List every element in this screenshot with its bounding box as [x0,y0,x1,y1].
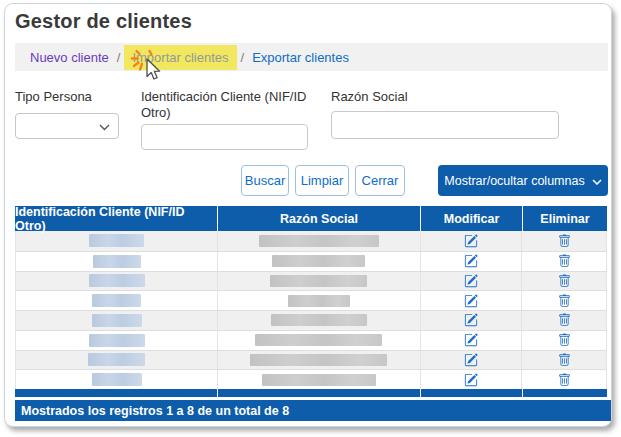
table-header-row: Identificación Cliente (NIF/ID Otro) Raz… [15,206,607,231]
edit-button[interactable] [464,313,478,327]
edit-button[interactable] [464,234,478,248]
trash-icon [558,315,571,330]
edit-button[interactable] [464,333,478,347]
redacted-razon [271,314,367,326]
cell-identificacion [16,331,218,350]
delete-button[interactable] [558,294,571,308]
breadcrumb-separator: / [117,50,121,65]
breadcrumb-link-importar-clientes[interactable]: Importar clientes [124,45,236,70]
cell-eliminar [522,370,606,389]
limpiar-button[interactable]: Limpiar [295,165,349,196]
cell-razon-social [218,311,420,330]
edit-button[interactable] [464,254,478,268]
cell-identificacion [16,351,218,370]
edit-button[interactable] [464,294,478,308]
column-header-modificar: Modificar [421,206,523,231]
cell-identificacion [16,370,218,389]
razon-social-input[interactable] [331,111,559,139]
delete-button[interactable] [558,313,571,327]
breadcrumb-separator: / [241,50,245,65]
redacted-id [89,334,145,347]
edit-pencil-square-icon [464,315,478,330]
redacted-id [88,353,145,366]
trash-icon [558,355,571,370]
cell-razon-social [218,291,420,310]
redacted-id [92,373,142,386]
identificacion-label: Identificación Cliente (NIF/ID Otro) [141,89,321,121]
cell-razon-social [218,252,420,271]
table-row [16,290,606,310]
table-row [16,231,606,251]
cell-eliminar [522,252,606,271]
tipo-persona-select[interactable] [15,113,119,139]
table-bottom-bar [15,389,607,397]
cell-modificar [421,231,523,251]
edit-pencil-square-icon [464,296,478,311]
edit-pencil-square-icon [464,375,478,390]
trash-icon [558,236,571,251]
cell-identificacion [16,272,218,291]
cell-razon-social [218,272,420,291]
edit-pencil-square-icon [464,236,478,251]
table-row [16,350,606,370]
cell-identificacion [16,291,218,310]
cell-eliminar [522,291,606,310]
redacted-razon [288,295,350,307]
trash-icon [558,296,571,311]
column-header-eliminar: Eliminar [523,206,607,231]
redacted-razon [272,255,365,267]
identificacion-input[interactable] [141,124,308,150]
client-manager-window: Gestor de clientes Nuevo cliente / Impor… [4,3,612,427]
results-summary-text: Mostrados los registros 1 a 8 de un tota… [21,404,289,418]
delete-button[interactable] [558,333,571,347]
table-row [16,251,606,271]
cell-modificar [421,331,523,350]
breadcrumb-link-exportar-clientes[interactable]: Exportar clientes [252,50,349,65]
cell-eliminar [522,351,606,370]
delete-button[interactable] [558,373,571,387]
cell-modificar [421,311,523,330]
cell-modificar [421,252,523,271]
cell-modificar [421,351,523,370]
cell-modificar [421,291,523,310]
delete-button[interactable] [558,254,571,268]
edit-pencil-square-icon [464,276,478,291]
table-row [16,369,606,389]
breadcrumb: Nuevo cliente / Importar clientes / Expo… [15,43,608,71]
column-header-razon-social[interactable]: Razón Social [218,206,421,231]
cell-identificacion [16,252,218,271]
mostrar-ocultar-columnas-label: Mostrar/ocultar columnas [444,174,584,188]
edit-pencil-square-icon [464,256,478,271]
redacted-razon [250,354,387,366]
delete-button[interactable] [558,353,571,367]
mostrar-ocultar-columnas-button[interactable]: Mostrar/ocultar columnas [438,165,608,196]
redacted-razon [262,374,376,386]
redacted-razon [255,334,382,346]
cerrar-button[interactable]: Cerrar [355,165,405,196]
column-header-identificacion[interactable]: Identificación Cliente (NIF/ID Otro) [15,206,218,231]
clients-table: Identificación Cliente (NIF/ID Otro) Raz… [15,206,607,397]
table-body [15,231,607,389]
redacted-id [93,255,141,268]
redacted-id [92,314,142,327]
cell-identificacion [16,231,218,251]
tipo-persona-label: Tipo Persona [15,89,92,105]
edit-button[interactable] [464,274,478,288]
redacted-id [92,294,141,307]
edit-button[interactable] [464,373,478,387]
screenshot-stage: Gestor de clientes Nuevo cliente / Impor… [0,0,621,437]
edit-pencil-square-icon [464,355,478,370]
breadcrumb-link-nuevo-cliente[interactable]: Nuevo cliente [30,50,109,65]
cell-razon-social [218,351,420,370]
trash-icon [558,335,571,350]
cell-eliminar [522,331,606,350]
cell-eliminar [522,231,606,251]
cell-razon-social [218,370,420,389]
redacted-id [89,234,144,247]
table-row [16,271,606,291]
delete-button[interactable] [558,274,571,288]
delete-button[interactable] [558,234,571,248]
razon-social-label: Razón Social [331,89,408,105]
buscar-button[interactable]: Buscar [241,165,289,196]
edit-button[interactable] [464,353,478,367]
